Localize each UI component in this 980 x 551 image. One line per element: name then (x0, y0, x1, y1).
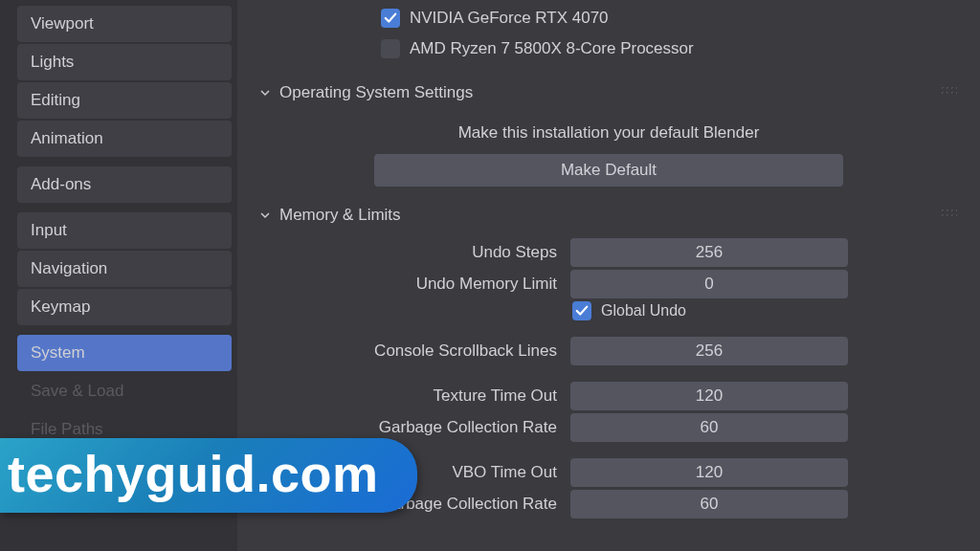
os-description: Make this installation your default Blen… (255, 114, 963, 154)
watermark-overlay: techyguid.com (0, 438, 417, 513)
device-label: AMD Ryzen 7 5800X 8-Core Processor (410, 39, 694, 58)
number-field[interactable]: 60 (570, 490, 848, 518)
field-label: Undo Steps (255, 243, 570, 262)
device-checkbox[interactable] (381, 39, 400, 58)
section-header-memory[interactable]: Memory & Limits (255, 200, 963, 231)
check-icon (384, 11, 397, 25)
sidebar-item-navigation[interactable]: Navigation (17, 251, 232, 287)
device-row[interactable]: AMD Ryzen 7 5800X 8-Core Processor (369, 33, 963, 64)
number-field[interactable]: 120 (570, 382, 848, 410)
field-label: Undo Memory Limit (255, 275, 570, 294)
sidebar-item-keymap[interactable]: Keymap (17, 289, 232, 325)
field-label: Garbage Collection Rate (255, 418, 570, 437)
global-undo-check[interactable]: Global Undo (570, 301, 686, 320)
field-label: Console Scrollback Lines (255, 342, 570, 361)
chevron-down-icon (258, 86, 272, 99)
drag-handle-icon[interactable] (940, 208, 957, 217)
device-label: NVIDIA GeForce RTX 4070 (410, 9, 609, 28)
number-field[interactable]: 256 (570, 337, 848, 365)
chevron-down-icon (258, 209, 272, 222)
device-row[interactable]: NVIDIA GeForce RTX 4070 (369, 3, 963, 33)
number-field[interactable]: 120 (570, 458, 848, 487)
number-field[interactable]: 256 (570, 238, 848, 267)
device-checkbox[interactable] (381, 9, 400, 28)
section-header-os[interactable]: Operating System Settings (255, 77, 963, 108)
checkbox[interactable] (572, 301, 591, 320)
os-settings-section: Operating System Settings Make this inst… (255, 77, 963, 187)
sidebar-item-system[interactable]: System (17, 335, 232, 371)
section-title: Memory & Limits (279, 206, 401, 225)
sidebar-item-editing[interactable]: Editing (17, 82, 232, 119)
check-label: Global Undo (601, 302, 686, 320)
sidebar-item-lights[interactable]: Lights (17, 44, 232, 80)
sidebar-item-input[interactable]: Input (17, 212, 232, 249)
sidebar-item-viewport[interactable]: Viewport (17, 6, 232, 42)
number-field[interactable]: 0 (570, 270, 848, 298)
make-default-button[interactable]: Make Default (374, 154, 843, 187)
section-title: Operating System Settings (279, 83, 473, 102)
sidebar-item-save-load[interactable]: Save & Load (17, 373, 232, 409)
drag-handle-icon[interactable] (940, 85, 957, 95)
number-field[interactable]: 60 (570, 413, 848, 442)
sidebar-item-animation[interactable]: Animation (17, 121, 232, 157)
sidebar-item-addons[interactable]: Add-ons (17, 166, 232, 203)
cycles-device-list: NVIDIA GeForce RTX 4070 AMD Ryzen 7 5800… (255, 3, 963, 64)
field-label: Texture Time Out (255, 386, 570, 406)
